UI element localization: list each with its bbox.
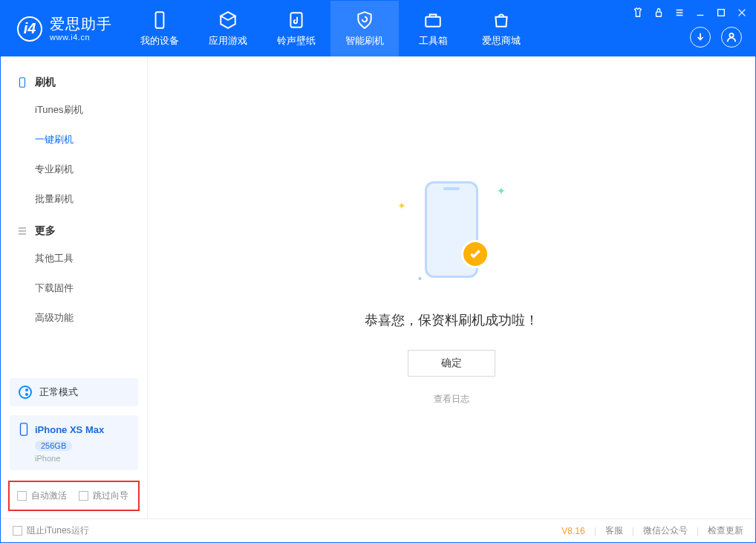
svg-point-5 <box>729 33 733 37</box>
sparkle-icon: ✦ <box>397 200 406 212</box>
close-icon[interactable] <box>736 7 748 19</box>
view-log-link[interactable]: 查看日志 <box>434 393 469 406</box>
success-illustration: ✦ ✦ • <box>388 170 515 289</box>
checkbox-label: 阻止iTunes运行 <box>27 525 89 536</box>
sidebar: 刷机 iTunes刷机 一键刷机 专业刷机 批量刷机 更多 其他工具 下载固件 … <box>1 56 148 518</box>
skip-guide-checkbox[interactable]: 跳过向导 <box>79 490 128 502</box>
nav-label: 我的设备 <box>140 34 179 48</box>
nav-label: 智能刷机 <box>345 34 384 48</box>
version-label: V8.16 <box>561 526 584 536</box>
device-name: iPhone XS Max <box>35 424 104 435</box>
lock-icon[interactable] <box>653 7 665 19</box>
music-file-icon <box>287 10 306 30</box>
nav-label: 工具箱 <box>419 34 448 48</box>
sidebar-item-itunes-flash[interactable]: iTunes刷机 <box>17 95 131 125</box>
mode-icon <box>19 386 32 399</box>
sidebar-item-batch-flash[interactable]: 批量刷机 <box>17 184 131 214</box>
main-content: ✦ ✦ • 恭喜您，保资料刷机成功啦！ 确定 查看日志 <box>148 56 755 518</box>
device-icon <box>150 10 169 30</box>
phone-icon <box>17 77 27 88</box>
app-name-cn: 爱思助手 <box>50 16 112 31</box>
bag-icon <box>492 10 511 30</box>
auto-activate-checkbox[interactable]: 自动激活 <box>17 490 67 502</box>
sidebar-item-pro-flash[interactable]: 专业刷机 <box>17 155 131 184</box>
mode-label: 正常模式 <box>39 386 78 399</box>
block-itunes-checkbox[interactable]: 阻止iTunes运行 <box>13 524 89 537</box>
nav-smart-flash[interactable]: 智能刷机 <box>330 1 399 56</box>
svg-rect-1 <box>290 13 302 27</box>
nav-label: 爱思商城 <box>482 34 521 48</box>
phone-icon <box>19 423 29 436</box>
body: 刷机 iTunes刷机 一键刷机 专业刷机 批量刷机 更多 其他工具 下载固件 … <box>1 56 755 518</box>
sidebar-item-advanced[interactable]: 高级功能 <box>17 303 131 333</box>
sidebar-group-title: 更多 <box>35 224 56 238</box>
maximize-icon[interactable] <box>715 7 727 19</box>
checkbox-label: 自动激活 <box>31 490 67 501</box>
nav-label: 铃声壁纸 <box>277 34 316 48</box>
sidebar-group-title: 刷机 <box>35 76 56 89</box>
nav-store[interactable]: 爱思商城 <box>467 1 535 56</box>
sparkle-icon: ✦ <box>497 185 506 197</box>
sidebar-item-other-tools[interactable]: 其他工具 <box>17 244 131 273</box>
ok-button[interactable]: 确定 <box>408 350 495 377</box>
svg-rect-0 <box>156 12 164 28</box>
checkbox-label: 跳过向导 <box>93 490 128 501</box>
top-nav: 我的设备 应用游戏 铃声壁纸 智能刷机 工具箱 爱思商城 <box>126 1 535 56</box>
cube-icon <box>218 10 238 30</box>
nav-label: 应用游戏 <box>209 34 247 48</box>
footer-link-support[interactable]: 客服 <box>605 524 623 537</box>
svg-rect-6 <box>20 78 25 88</box>
check-badge-icon <box>461 240 489 268</box>
list-icon <box>17 226 27 236</box>
device-type: iPhone <box>35 454 129 463</box>
footer-link-update[interactable]: 检查更新 <box>708 524 743 537</box>
menu-icon[interactable] <box>674 7 685 19</box>
device-card[interactable]: iPhone XS Max 256GB iPhone <box>10 415 138 470</box>
sidebar-group-more: 更多 <box>17 218 131 244</box>
toolbox-icon <box>423 10 443 30</box>
footer-link-wechat[interactable]: 微信公众号 <box>643 524 688 537</box>
sidebar-group-flash: 刷机 <box>17 70 131 95</box>
app-name-en: www.i4.cn <box>50 33 112 42</box>
sidebar-item-download-firmware[interactable]: 下载固件 <box>17 273 131 303</box>
nav-ringtones-wallpapers[interactable]: 铃声壁纸 <box>262 1 330 56</box>
account-button[interactable] <box>721 27 742 48</box>
sidebar-item-onekey-flash[interactable]: 一键刷机 <box>17 125 131 155</box>
nav-apps-games[interactable]: 应用游戏 <box>194 1 262 56</box>
mode-card[interactable]: 正常模式 <box>10 378 138 406</box>
svg-rect-2 <box>426 16 440 26</box>
options-row: 自动激活 跳过向导 <box>8 481 140 511</box>
download-button[interactable] <box>690 27 711 48</box>
titlebar: i4 爱思助手 www.i4.cn 我的设备 应用游戏 铃声壁纸 智能刷机 <box>1 1 755 56</box>
app-window: i4 爱思助手 www.i4.cn 我的设备 应用游戏 铃声壁纸 智能刷机 <box>0 0 756 543</box>
nav-toolbox[interactable]: 工具箱 <box>399 1 467 56</box>
success-message: 恭喜您，保资料刷机成功啦！ <box>365 311 538 329</box>
titlebar-round-buttons <box>690 27 742 48</box>
window-controls <box>632 7 748 19</box>
minimize-icon[interactable] <box>694 7 706 19</box>
svg-rect-4 <box>718 10 725 16</box>
nav-my-device[interactable]: 我的设备 <box>126 1 194 56</box>
sparkle-icon: • <box>418 273 422 284</box>
shield-refresh-icon <box>355 10 374 30</box>
app-logo: i4 爱思助手 www.i4.cn <box>1 16 126 42</box>
svg-rect-7 <box>21 423 27 435</box>
footer: 阻止iTunes运行 V8.16 | 客服 | 微信公众号 | 检查更新 <box>1 518 755 542</box>
device-capacity: 256GB <box>35 440 72 451</box>
logo-icon: i4 <box>17 16 42 42</box>
shirt-icon[interactable] <box>632 7 644 19</box>
svg-rect-3 <box>656 12 662 16</box>
